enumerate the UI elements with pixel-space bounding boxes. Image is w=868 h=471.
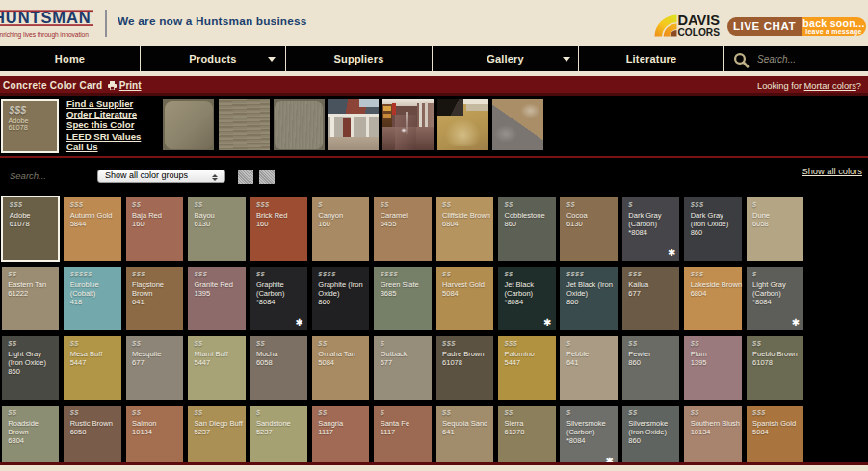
svg-text:HUNTSMAN: HUNTSMAN <box>0 9 92 26</box>
svg-text:enriching lives through innova: enriching lives through innovation <box>0 31 89 39</box>
svg-text:COLORS: COLORS <box>678 26 721 38</box>
